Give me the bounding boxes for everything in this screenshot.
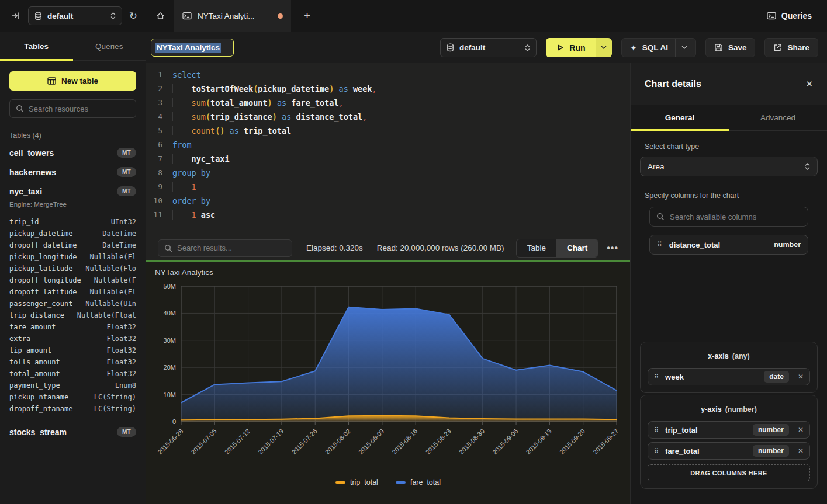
column-row[interactable]: dropoff_ntanameLC(String) bbox=[9, 403, 136, 415]
close-icon[interactable]: ✕ bbox=[805, 79, 813, 89]
sidebar-tab-tables[interactable]: Tables bbox=[0, 32, 73, 60]
axis-item-type-badge: number bbox=[753, 445, 789, 457]
columns-search-placeholder: Search available columns bbox=[670, 213, 756, 221]
column-row[interactable]: dropoff_latitudeNullable(Fl bbox=[9, 286, 136, 298]
toolbar-database-selector[interactable]: default bbox=[440, 38, 537, 57]
column-row[interactable]: fare_amountFloat32 bbox=[9, 321, 136, 333]
editor-line[interactable]: 11 1 asc bbox=[146, 208, 630, 222]
table-row-stocks-stream[interactable]: stocks_stream MT bbox=[0, 422, 146, 442]
top-bar: default ↻ NYTaxi Analyti... + bbox=[0, 0, 827, 32]
editor-line[interactable]: 4 sum(trip_distance) as distance_total, bbox=[146, 110, 630, 124]
code-text: 1 bbox=[172, 180, 196, 194]
queries-top-button[interactable]: Queries bbox=[767, 11, 812, 20]
line-number: 8 bbox=[146, 166, 162, 180]
drop-zone[interactable]: DRAG COLUMNS HERE bbox=[648, 464, 810, 481]
column-name: payment_type bbox=[9, 381, 60, 390]
column-row[interactable]: trip_distanceNullable(Float bbox=[9, 310, 136, 321]
play-icon bbox=[556, 44, 564, 51]
editor-line[interactable]: 6from bbox=[146, 138, 630, 152]
table-row-cell-towers[interactable]: cell_towers MT bbox=[0, 143, 146, 162]
area-chart[interactable]: 010M20M30M40M50M2015-06-282015-07-052015… bbox=[146, 262, 630, 504]
column-row[interactable]: tolls_amountFloat32 bbox=[9, 356, 136, 368]
axis-item-week[interactable]: ⠿weekdate✕ bbox=[648, 368, 810, 385]
run-button-main[interactable]: Run bbox=[546, 38, 596, 57]
line-number: 9 bbox=[146, 180, 162, 194]
view-toggle-table[interactable]: Table bbox=[517, 239, 556, 257]
column-name: extra bbox=[9, 335, 30, 343]
column-row[interactable]: total_amountFloat32 bbox=[9, 368, 136, 380]
new-tab-button[interactable]: + bbox=[304, 9, 310, 22]
chart-type-select[interactable]: Area bbox=[640, 157, 818, 176]
editor-line[interactable]: 9 1 bbox=[146, 180, 630, 194]
table-row-nyc-taxi[interactable]: nyc_taxi MT bbox=[0, 182, 146, 201]
home-button[interactable] bbox=[146, 11, 174, 20]
drag-handle-icon[interactable]: ⠿ bbox=[654, 373, 659, 381]
save-button[interactable]: Save bbox=[705, 38, 756, 57]
drag-handle-icon[interactable]: ⠿ bbox=[654, 447, 659, 455]
code-text: nyc_taxi bbox=[172, 152, 230, 166]
editor-line[interactable]: 5 count() as trip_total bbox=[146, 124, 630, 138]
table-row-hackernews[interactable]: hackernews MT bbox=[0, 162, 146, 182]
view-toggle-chart[interactable]: Chart bbox=[556, 239, 598, 257]
editor-line[interactable]: 8group by bbox=[146, 166, 630, 180]
legend-item-trip_total[interactable]: trip_total bbox=[335, 478, 378, 486]
new-table-button[interactable]: New table bbox=[9, 71, 136, 91]
axis-item-trip_total[interactable]: ⠿trip_totalnumber✕ bbox=[648, 421, 810, 439]
editor-line[interactable]: 7 nyc_taxi bbox=[146, 152, 630, 166]
column-row[interactable]: pickup_datetimeDateTime bbox=[9, 228, 136, 239]
tab-advanced[interactable]: Advanced bbox=[729, 105, 827, 130]
column-row[interactable]: extraFloat32 bbox=[9, 333, 136, 345]
column-row[interactable]: trip_idUInt32 bbox=[9, 216, 136, 228]
sidebar-search-input[interactable]: Search resources bbox=[9, 99, 136, 118]
editor-line[interactable]: 3 sum(total_amount) as fare_total, bbox=[146, 96, 630, 110]
column-row[interactable]: dropoff_longitudeNullable(F bbox=[9, 274, 136, 286]
sql-editor[interactable]: 1select2 toStartOfWeek(pickup_datetime) … bbox=[146, 63, 630, 235]
results-search-input[interactable]: Search results... bbox=[158, 239, 292, 257]
svg-text:2015-08-23: 2015-08-23 bbox=[424, 427, 452, 456]
columns-search-input[interactable]: Search available columns bbox=[649, 207, 808, 227]
legend-item-fare_total[interactable]: fare_total bbox=[396, 478, 441, 486]
drag-handle-icon[interactable]: ⠿ bbox=[657, 241, 662, 249]
table-name: stocks_stream bbox=[9, 427, 117, 437]
drag-handle-icon[interactable]: ⠿ bbox=[654, 426, 659, 434]
sql-ai-dropdown[interactable] bbox=[675, 39, 687, 57]
svg-text:2015-08-16: 2015-08-16 bbox=[390, 427, 418, 456]
axis-item-fare_total[interactable]: ⠿fare_totalnumber✕ bbox=[648, 442, 810, 460]
column-row[interactable]: pickup_latitudeNullable(Flo bbox=[9, 263, 136, 274]
sidebar-search-placeholder: Search resources bbox=[29, 105, 88, 113]
collapse-sidebar-icon[interactable] bbox=[11, 11, 21, 21]
editor-line[interactable]: 1select bbox=[146, 68, 630, 82]
column-row[interactable]: pickup_longitudeNullable(Fl bbox=[9, 251, 136, 263]
column-row[interactable]: pickup_ntanameLC(String) bbox=[9, 391, 136, 403]
column-type: Nullable(UIn bbox=[85, 300, 136, 308]
column-name: pickup_datetime bbox=[9, 230, 72, 238]
share-button[interactable]: Share bbox=[764, 38, 818, 57]
column-name: tip_amount bbox=[9, 346, 51, 354]
tab-general[interactable]: General bbox=[631, 105, 729, 130]
read-stat: Read: 20,000,000 rows (260.00 MB) bbox=[377, 244, 504, 252]
table-engine-label: Engine: MergeTree bbox=[0, 201, 146, 213]
run-dropdown[interactable] bbox=[596, 38, 612, 57]
refresh-icon[interactable]: ↻ bbox=[129, 10, 137, 22]
remove-icon[interactable]: ✕ bbox=[798, 373, 804, 381]
chart-area: NYTaxi Analytics 010M20M30M40M50M2015-06… bbox=[146, 262, 630, 504]
column-type: Float32 bbox=[106, 323, 136, 331]
available-column-distance_total[interactable]: ⠿distance_totalnumber bbox=[649, 235, 808, 255]
remove-icon[interactable]: ✕ bbox=[798, 426, 804, 434]
sql-ai-button[interactable]: ✦ SQL AI bbox=[621, 38, 696, 57]
query-title-input[interactable]: NYTaxi Analytics bbox=[151, 39, 234, 57]
remove-icon[interactable]: ✕ bbox=[798, 447, 804, 455]
run-button[interactable]: Run bbox=[546, 38, 612, 57]
column-name: passenger_count bbox=[9, 300, 72, 308]
query-tab[interactable]: NYTaxi Analyti... bbox=[174, 0, 291, 32]
column-row[interactable]: tip_amountFloat32 bbox=[9, 345, 136, 356]
column-row[interactable]: dropoff_datetimeDateTime bbox=[9, 239, 136, 251]
editor-line[interactable]: 10order by bbox=[146, 194, 630, 208]
database-selector[interactable]: default bbox=[28, 6, 122, 25]
sidebar-tab-queries[interactable]: Queries bbox=[73, 32, 146, 60]
legend-swatch bbox=[335, 481, 345, 484]
editor-line[interactable]: 2 toStartOfWeek(pickup_datetime) as week… bbox=[146, 82, 630, 96]
column-row[interactable]: passenger_countNullable(UIn bbox=[9, 298, 136, 310]
more-options-button[interactable]: ••• bbox=[607, 243, 618, 253]
column-row[interactable]: payment_typeEnum8 bbox=[9, 380, 136, 391]
